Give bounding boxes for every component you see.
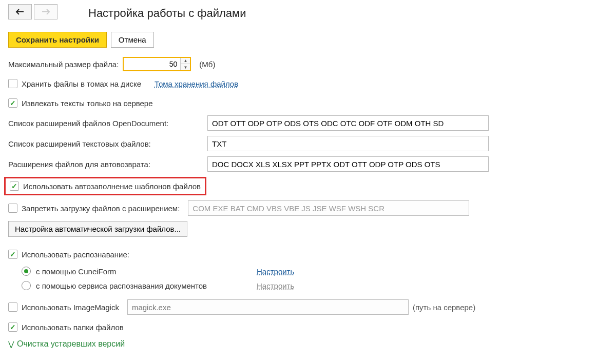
volumes-link[interactable]: Тома хранения файлов [155, 79, 238, 88]
save-button[interactable]: Сохранить настройки [8, 32, 107, 48]
auto-return-ext-input[interactable] [207, 156, 489, 172]
max-file-size-label: Максимальный размер файла: [8, 60, 119, 69]
chevron-down-icon: ⋁ [8, 340, 14, 348]
autofill-checkbox[interactable] [10, 181, 19, 191]
use-ocr-label: Использовать распознавание: [22, 250, 129, 259]
extract-on-server-label: Извлекать тексты только на сервере [22, 99, 153, 108]
nav-forward-button [34, 4, 57, 19]
forbid-ext-checkbox[interactable] [8, 204, 17, 213]
imagemagick-path-input[interactable] [127, 299, 409, 315]
store-in-volumes-checkbox[interactable] [8, 79, 17, 88]
forbid-ext-input[interactable] [188, 200, 469, 216]
ocr-cuneiform-label: с помощью CuneiForm [36, 267, 252, 276]
use-ocr-checkbox[interactable] [8, 250, 17, 259]
opendoc-ext-input[interactable] [207, 115, 489, 131]
ocr-cuneiform-configure-link[interactable]: Настроить [257, 267, 294, 276]
page-title: Настройка работы с файлами [88, 7, 246, 20]
autofill-label: Использовать автозаполнение шаблонов фай… [23, 182, 201, 191]
nav-back-button[interactable] [8, 4, 32, 19]
extract-on-server-checkbox[interactable] [8, 98, 17, 108]
spinner-down-icon[interactable]: ▼ [181, 64, 190, 70]
cleanup-versions-section[interactable]: ⋁ Очистка устаревших версий [8, 339, 608, 349]
unit-mb: (Мб) [199, 60, 215, 69]
auto-upload-settings-button[interactable]: Настройка автоматической загрузки файлов… [8, 221, 187, 237]
ocr-service-label: с помощью сервиса распознавания документ… [36, 281, 252, 290]
cancel-button[interactable]: Отмена [111, 32, 154, 48]
path-on-server-label: (путь на сервере) [413, 303, 475, 312]
imagemagick-checkbox[interactable] [8, 302, 17, 312]
auto-return-ext-label: Расширения файлов для автовозврата: [8, 160, 203, 169]
text-ext-input[interactable] [207, 136, 489, 151]
cleanup-versions-label: Очистка устаревших версий [17, 339, 125, 349]
imagemagick-label: Использовать ImageMagick [22, 303, 119, 312]
ocr-service-radio[interactable] [22, 281, 31, 290]
forbid-ext-label: Запретить загрузку файлов с расширением: [22, 204, 180, 213]
ocr-cuneiform-radio[interactable] [22, 267, 31, 276]
autofill-highlight: Использовать автозаполнение шаблонов фай… [4, 177, 206, 195]
spinner-up-icon[interactable]: ▲ [181, 58, 190, 64]
opendoc-ext-label: Список расширений файлов OpenDocument: [8, 119, 203, 128]
store-in-volumes-label: Хранить файлы в томах на диске [22, 79, 141, 88]
max-file-size-stepper[interactable]: ▲ ▼ [123, 57, 191, 71]
use-file-folders-label: Использовать папки файлов [22, 323, 124, 332]
text-ext-label: Список расширений текстовых файлов: [8, 139, 203, 148]
use-file-folders-checkbox[interactable] [8, 322, 17, 332]
max-file-size-input[interactable] [124, 58, 180, 70]
ocr-service-configure-link: Настроить [257, 281, 294, 290]
